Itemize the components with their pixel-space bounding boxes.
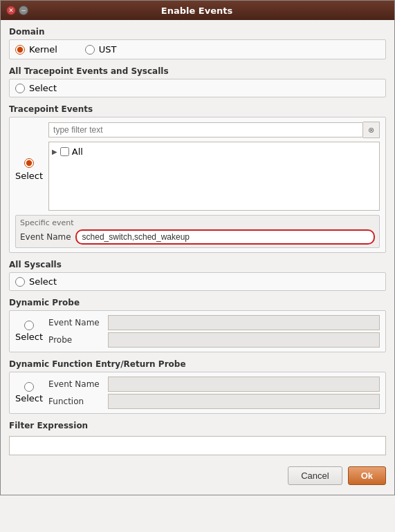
all-syscalls-radio[interactable]	[15, 277, 25, 287]
kernel-radio-label[interactable]: Kernel	[15, 44, 57, 55]
window-controls: ✕ −	[6, 6, 28, 15]
tree-all-row: ▶ All	[52, 145, 376, 158]
function-inner: Select Event Name Function	[15, 377, 380, 409]
function-select-col: Select	[15, 382, 43, 403]
function-function-input[interactable]	[108, 394, 380, 409]
specific-event-box: Specific event Event Name	[15, 215, 380, 248]
cancel-button[interactable]: Cancel	[288, 466, 342, 485]
tracepoint-select-text: Select	[15, 171, 43, 181]
probe-event-name-row: Event Name	[48, 315, 380, 330]
function-radio[interactable]	[24, 382, 34, 392]
domain-label: Domain	[9, 27, 386, 37]
ok-button[interactable]: Ok	[348, 466, 386, 485]
domain-section: Domain Kernel UST	[9, 27, 386, 59]
function-function-row: Function	[48, 394, 380, 409]
kernel-radio[interactable]	[15, 45, 25, 55]
all-tracepoint-section: All Tracepoint Events and Syscalls Selec…	[9, 66, 386, 97]
probe-radio[interactable]	[24, 321, 34, 330]
domain-row: Kernel UST	[15, 44, 380, 55]
all-syscalls-radio-label[interactable]: Select	[15, 276, 57, 287]
probe-select-col: Select	[15, 321, 43, 342]
probe-event-name-label: Event Name	[48, 318, 104, 327]
all-syscalls-section: All Syscalls Select	[9, 260, 386, 291]
domain-box: Kernel UST	[9, 39, 386, 59]
dynamic-function-label: Dynamic Function Entry/Return Probe	[9, 359, 386, 369]
function-event-name-row: Event Name	[48, 377, 380, 392]
filter-expression-label: Filter Expression	[9, 421, 386, 430]
tree-all-checkbox[interactable]	[60, 147, 69, 156]
all-syscalls-label: All Syscalls	[9, 260, 386, 269]
probe-inner: Select Event Name Probe	[15, 315, 380, 348]
dynamic-function-box: Select Event Name Function	[9, 372, 386, 414]
tracepoint-select-radio-label[interactable]	[24, 158, 34, 168]
filter-input[interactable]	[48, 122, 363, 137]
filter-expression-section: Filter Expression	[9, 421, 386, 455]
probe-probe-input[interactable]	[108, 332, 380, 348]
tracepoint-events-section: Tracepoint Events Select ⊗	[9, 104, 386, 253]
tracepoint-events-label: Tracepoint Events	[9, 104, 386, 114]
ust-label: UST	[99, 44, 117, 55]
tracepoint-select-radio[interactable]	[24, 158, 34, 168]
minimize-button[interactable]: −	[19, 6, 28, 15]
probe-fields: Event Name Probe	[48, 315, 380, 348]
dialog-content: Domain Kernel UST All Tracepoint Events …	[1, 20, 394, 495]
button-row: Cancel Ok	[9, 462, 386, 488]
event-name-input[interactable]	[75, 229, 375, 245]
probe-select-text: Select	[15, 332, 43, 342]
all-syscalls-box: Select	[9, 272, 386, 291]
filter-input-row: ⊗	[48, 122, 380, 138]
probe-probe-row: Probe	[48, 332, 380, 348]
function-fields: Event Name Function	[48, 377, 380, 409]
tracepoint-events-box: Select ⊗ ▶ All	[9, 117, 386, 253]
all-tracepoint-select-label: Select	[29, 83, 57, 93]
all-tracepoint-radio-label[interactable]: Select	[15, 83, 57, 93]
kernel-label: Kernel	[29, 44, 57, 55]
tracepoint-tree: ▶ All	[48, 142, 380, 211]
title-bar: ✕ − Enable Events	[1, 1, 394, 20]
event-name-row: Event Name	[20, 229, 375, 245]
tree-expand-icon[interactable]: ▶	[52, 148, 57, 155]
all-tracepoint-radio[interactable]	[15, 84, 25, 93]
filter-expression-input[interactable]	[9, 436, 386, 455]
function-function-label: Function	[48, 397, 104, 406]
close-button[interactable]: ✕	[6, 6, 16, 15]
function-event-name-label: Event Name	[48, 379, 104, 389]
dynamic-probe-section: Dynamic Probe Select Event Name	[9, 298, 386, 352]
dynamic-function-section: Dynamic Function Entry/Return Probe Sele…	[9, 359, 386, 414]
tracepoint-main-row: Select ⊗ ▶ All	[15, 122, 380, 211]
all-tracepoint-label: All Tracepoint Events and Syscalls	[9, 66, 386, 76]
tree-all-label: All	[72, 146, 83, 157]
event-name-label: Event Name	[20, 232, 71, 242]
tracepoint-select-col: Select	[15, 122, 43, 211]
probe-event-name-input[interactable]	[108, 315, 380, 330]
dynamic-probe-label: Dynamic Probe	[9, 298, 386, 307]
ust-radio[interactable]	[85, 45, 95, 55]
probe-probe-label: Probe	[48, 335, 104, 345]
all-tracepoint-box: Select	[9, 79, 386, 97]
all-syscalls-select-label: Select	[29, 276, 57, 287]
dynamic-probe-box: Select Event Name Probe	[9, 310, 386, 352]
ust-radio-label[interactable]: UST	[85, 44, 117, 55]
probe-radio-label[interactable]	[24, 321, 34, 330]
specific-event-label: Specific event	[20, 218, 375, 227]
function-radio-label[interactable]	[24, 382, 34, 392]
function-event-name-input[interactable]	[108, 377, 380, 392]
filter-clear-button[interactable]: ⊗	[363, 122, 380, 138]
window-title: Enable Events	[33, 6, 361, 16]
function-select-text: Select	[15, 393, 43, 403]
main-window: ✕ − Enable Events Domain Kernel UST	[0, 0, 395, 495]
